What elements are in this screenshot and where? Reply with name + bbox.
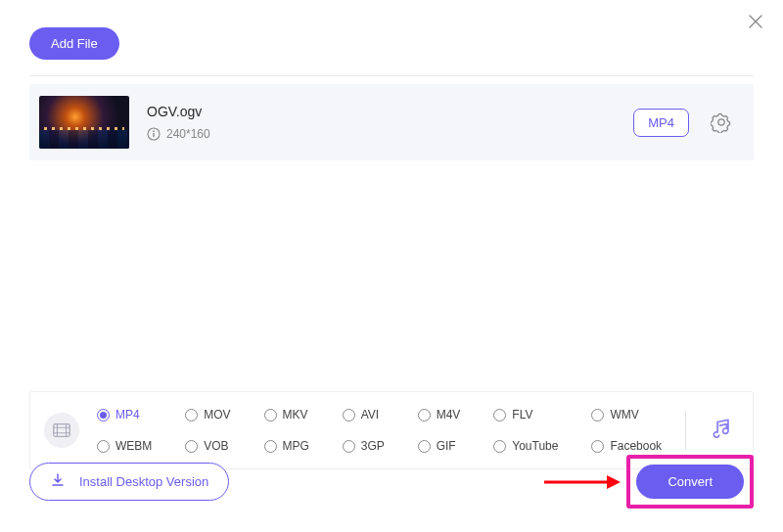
file-list: OGV.ogv 240*160 MP4: [29, 75, 754, 160]
gear-icon[interactable]: [707, 108, 736, 137]
svg-marker-5: [607, 475, 621, 489]
format-label: MP4: [115, 408, 140, 421]
format-label: WEBM: [115, 439, 152, 453]
format-option-mp4[interactable]: MP4: [97, 408, 158, 421]
format-label: MPG: [283, 439, 309, 453]
info-icon: [147, 127, 161, 141]
format-label: MKV: [283, 408, 308, 421]
format-label: AVI: [361, 408, 379, 421]
radio-icon: [418, 440, 431, 453]
download-icon: [50, 472, 66, 491]
radio-icon: [185, 409, 198, 421]
install-desktop-label: Install Desktop Version: [79, 474, 208, 489]
format-option-m4v[interactable]: M4V: [418, 408, 467, 421]
radio-icon: [185, 440, 198, 453]
format-option-avi[interactable]: AVI: [343, 408, 391, 421]
format-label: GIF: [437, 439, 456, 453]
radio-icon: [97, 409, 110, 421]
format-label: WMV: [610, 408, 638, 421]
video-icon[interactable]: [44, 413, 79, 448]
file-thumbnail[interactable]: [39, 96, 129, 149]
format-label: M4V: [437, 408, 461, 421]
svg-rect-3: [54, 424, 70, 437]
radio-icon: [493, 440, 506, 453]
file-row: OGV.ogv 240*160 MP4: [29, 84, 754, 160]
install-desktop-button[interactable]: Install Desktop Version: [29, 463, 229, 501]
format-option-mkv[interactable]: MKV: [264, 408, 315, 421]
file-meta: 240*160: [147, 127, 633, 141]
format-option-flv[interactable]: FLV: [493, 408, 564, 421]
format-label: MOV: [204, 408, 230, 421]
radio-icon: [591, 440, 604, 453]
radio-icon: [264, 409, 277, 421]
format-option-gif[interactable]: GIF: [418, 439, 467, 453]
format-options: MP4MOVMKVAVIM4VFLVWMVWEBMVOBMPG3GPGIFYou…: [97, 404, 668, 457]
format-option-3gp[interactable]: 3GP: [343, 439, 391, 453]
format-option-facebook[interactable]: Facebook: [591, 439, 668, 453]
format-label: Facebook: [610, 439, 662, 453]
format-option-mov[interactable]: MOV: [185, 408, 236, 421]
svg-point-1: [153, 130, 155, 132]
radio-icon: [97, 440, 110, 453]
convert-highlight: Convert: [626, 455, 754, 509]
panel-divider: [685, 411, 686, 450]
format-option-wmv[interactable]: WMV: [591, 408, 668, 421]
format-option-webm[interactable]: WEBM: [97, 439, 158, 453]
format-label: 3GP: [361, 439, 385, 453]
format-label: YouTube: [512, 439, 558, 453]
radio-icon: [343, 409, 355, 421]
radio-icon: [343, 440, 355, 453]
add-file-button[interactable]: Add File: [29, 27, 119, 60]
format-option-vob[interactable]: VOB: [185, 439, 236, 453]
close-icon[interactable]: [742, 8, 769, 35]
music-icon[interactable]: [706, 412, 739, 449]
format-label: FLV: [512, 408, 532, 421]
radio-icon: [493, 409, 506, 421]
format-label: VOB: [204, 439, 228, 453]
format-option-mpg[interactable]: MPG: [264, 439, 315, 453]
format-option-youtube[interactable]: YouTube: [493, 439, 564, 453]
radio-icon: [591, 409, 604, 421]
target-format-button[interactable]: MP4: [633, 109, 689, 137]
radio-icon: [418, 409, 431, 421]
svg-rect-2: [153, 133, 154, 137]
convert-button[interactable]: Convert: [636, 465, 744, 499]
arrow-annotation: [542, 473, 621, 491]
file-name: OGV.ogv: [147, 104, 633, 119]
file-resolution: 240*160: [166, 127, 210, 141]
radio-icon: [264, 440, 277, 453]
